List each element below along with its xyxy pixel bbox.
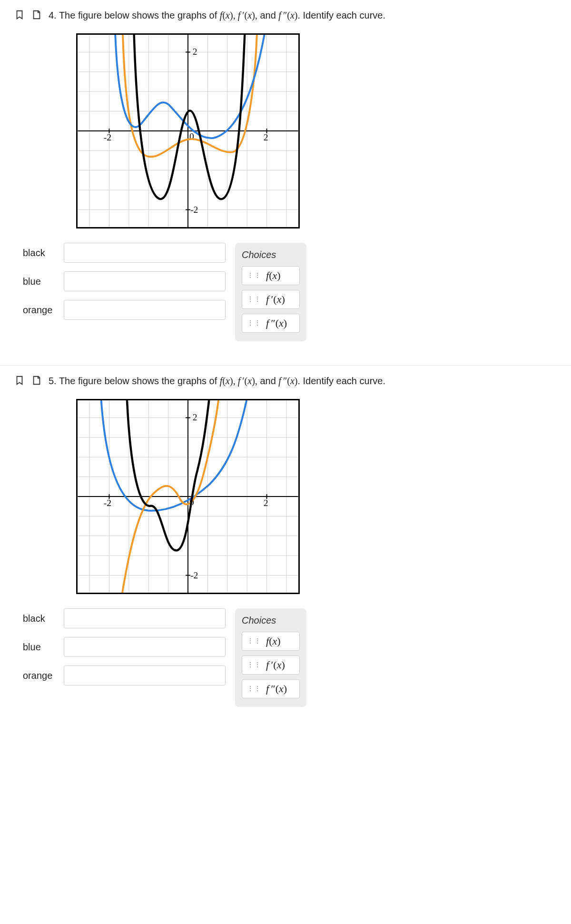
- question-prompt-math: f(x), f ′(x),: [220, 376, 257, 386]
- slot-row-black: black: [23, 243, 226, 263]
- question-5-graph: -22 2-2 0: [76, 399, 557, 594]
- grip-icon: ⋮⋮: [247, 296, 261, 303]
- svg-text:-2: -2: [190, 570, 198, 580]
- slot-label: black: [23, 248, 56, 258]
- choice-label: f(x): [266, 269, 281, 282]
- choice-fprime[interactable]: ⋮⋮ f ′(x): [242, 656, 300, 675]
- question-number: 5.: [49, 376, 57, 386]
- slot-row-orange: orange: [23, 666, 226, 686]
- slot-label: blue: [23, 642, 56, 653]
- note-icon[interactable]: [31, 10, 42, 20]
- question-prompt-math: f(x), f ′(x),: [220, 10, 257, 20]
- slot-row-black: black: [23, 608, 226, 628]
- slot-row-orange: orange: [23, 300, 226, 320]
- choice-f2prime[interactable]: ⋮⋮ f ″(x): [242, 679, 300, 698]
- question-prompt-suffix: Identify each curve.: [300, 10, 385, 20]
- svg-text:-2: -2: [190, 204, 198, 215]
- dropzone-blue[interactable]: [64, 637, 226, 657]
- choice-fx[interactable]: ⋮⋮ f(x): [242, 632, 300, 651]
- choices-panel: Choices ⋮⋮ f(x) ⋮⋮ f ′(x) ⋮⋮ f ″(x): [235, 608, 306, 707]
- slot-label: orange: [23, 305, 56, 316]
- svg-text:2: 2: [264, 497, 268, 508]
- choice-fx[interactable]: ⋮⋮ f(x): [242, 266, 300, 285]
- question-4-graph: -22 2-2 0: [76, 33, 557, 229]
- answer-slots: black blue orange: [23, 608, 226, 686]
- svg-text:-2: -2: [104, 132, 111, 142]
- slot-label: blue: [23, 276, 56, 287]
- dropzone-orange[interactable]: [64, 666, 226, 686]
- dropzone-black[interactable]: [64, 608, 226, 628]
- bookmark-icon[interactable]: [14, 10, 25, 20]
- choice-f2prime[interactable]: ⋮⋮ f ″(x): [242, 314, 300, 333]
- graph-svg: -22 2-2 0: [76, 399, 300, 594]
- slot-row-blue: blue: [23, 271, 226, 291]
- choice-fprime[interactable]: ⋮⋮ f ′(x): [242, 290, 300, 309]
- grip-icon: ⋮⋮: [247, 686, 261, 692]
- choice-label: f ″(x): [266, 317, 287, 329]
- grip-icon: ⋮⋮: [247, 272, 261, 279]
- question-4: 4. The figure below shows the graphs of …: [0, 0, 571, 366]
- answer-slots: black blue orange: [23, 243, 226, 320]
- svg-text:2: 2: [193, 46, 197, 57]
- dropzone-black[interactable]: [64, 243, 226, 263]
- choices-title: Choices: [242, 249, 300, 260]
- bookmark-icon[interactable]: [14, 375, 25, 386]
- question-4-answers: black blue orange Choices ⋮⋮ f(x) ⋮⋮ f ′…: [23, 243, 557, 341]
- dropzone-orange[interactable]: [64, 300, 226, 320]
- question-5-text: 5. The figure below shows the graphs of …: [49, 374, 385, 387]
- question-prompt-prefix: The figure below shows the graphs of: [59, 376, 220, 386]
- question-number: 4.: [49, 10, 57, 20]
- graph-svg: -22 2-2 0: [76, 33, 300, 229]
- question-5: 5. The figure below shows the graphs of …: [0, 366, 571, 731]
- grip-icon: ⋮⋮: [247, 320, 261, 327]
- question-prompt-suffix: Identify each curve.: [300, 376, 385, 386]
- question-4-text: 4. The figure below shows the graphs of …: [49, 9, 385, 22]
- slot-label: black: [23, 613, 56, 624]
- choices-panel: Choices ⋮⋮ f(x) ⋮⋮ f ′(x) ⋮⋮ f ″(x): [235, 243, 306, 341]
- dropzone-blue[interactable]: [64, 271, 226, 291]
- question-5-answers: black blue orange Choices ⋮⋮ f(x) ⋮⋮ f ′…: [23, 608, 557, 707]
- slot-row-blue: blue: [23, 637, 226, 657]
- question-4-header: 4. The figure below shows the graphs of …: [14, 9, 557, 22]
- choices-title: Choices: [242, 615, 300, 626]
- svg-text:2: 2: [264, 132, 268, 142]
- grip-icon: ⋮⋮: [247, 662, 261, 668]
- question-prompt-prefix: The figure below shows the graphs of: [59, 10, 220, 20]
- choice-label: f ″(x): [266, 683, 287, 695]
- choice-label: f ′(x): [266, 659, 285, 671]
- svg-text:-2: -2: [104, 497, 111, 508]
- svg-text:2: 2: [193, 412, 197, 422]
- choice-label: f(x): [266, 635, 281, 647]
- choice-label: f ′(x): [266, 293, 285, 306]
- grip-icon: ⋮⋮: [247, 638, 261, 645]
- question-5-header: 5. The figure below shows the graphs of …: [14, 374, 557, 387]
- note-icon[interactable]: [31, 375, 42, 386]
- slot-label: orange: [23, 670, 56, 681]
